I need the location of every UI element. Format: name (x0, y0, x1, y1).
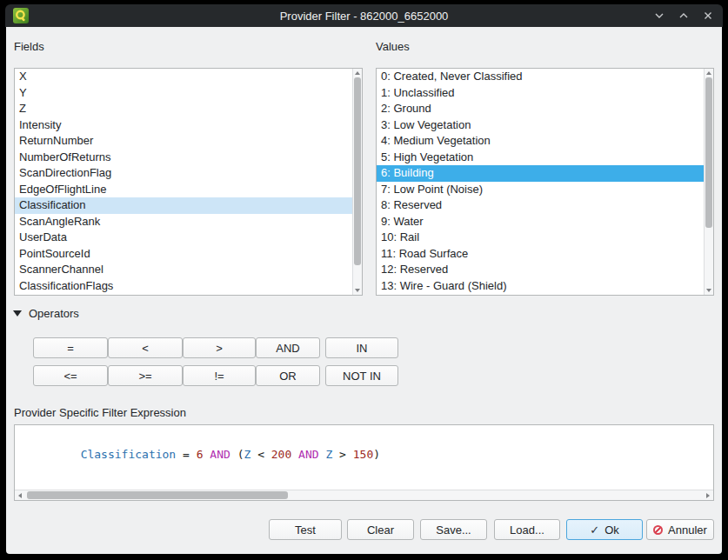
field-item[interactable]: ClassificationFlags (15, 278, 352, 295)
scroll-down-icon[interactable] (353, 286, 362, 295)
value-item[interactable]: 4: Medium Vegetation (377, 133, 704, 150)
value-item[interactable]: 8: Reserved (377, 197, 704, 214)
cancel-icon (653, 525, 663, 535)
field-item[interactable]: X (15, 69, 352, 85)
field-item[interactable]: ScannerChannel (15, 262, 352, 278)
value-item[interactable]: 10: Rail (377, 230, 704, 246)
scroll-up-icon[interactable] (353, 69, 362, 77)
scroll-down-icon[interactable] (705, 286, 713, 295)
op-not-equal-button[interactable]: != (183, 365, 256, 386)
expression-hscrollbar[interactable] (15, 490, 713, 500)
field-item-selected[interactable]: Classification (15, 197, 352, 214)
scrollbar-thumb[interactable] (354, 77, 361, 265)
maximize-button[interactable] (677, 9, 691, 23)
value-item[interactable]: 5: High Vegetation (377, 150, 704, 166)
expression-label: Provider Specific Filter Expression (14, 406, 186, 419)
expression-hscrollbar-track[interactable] (25, 490, 703, 500)
operators-header: Operators (13, 307, 79, 320)
expression-token: 200 (271, 448, 291, 461)
window-title: Provider Filter - 862000_6652000 (5, 10, 723, 23)
value-item[interactable]: 12: Reserved (377, 262, 704, 278)
close-button[interactable] (701, 9, 715, 23)
values-scrollbar-track[interactable] (705, 77, 713, 286)
titlebar[interactable]: Provider Filter - 862000_6652000 (5, 4, 723, 27)
field-item[interactable]: PointSourceId (15, 246, 352, 263)
values-scrollbar[interactable] (704, 69, 713, 295)
fields-list-rows: X Y Z Intensity ReturnNumber NumberOfRet… (15, 69, 352, 295)
op-or-button[interactable]: OR (256, 365, 320, 386)
fields-label: Fields (14, 40, 44, 53)
expression-token (291, 448, 298, 461)
check-icon: ✓ (590, 524, 599, 536)
field-item[interactable]: EdgeOfFlightLine (15, 182, 352, 198)
values-list: 0: Created, Never Classified 1: Unclassi… (376, 68, 714, 296)
expression-token: < (250, 448, 270, 461)
value-item[interactable]: 0: Created, Never Classified (377, 69, 704, 85)
test-button[interactable]: Test (269, 519, 342, 540)
value-item[interactable]: 11: Road Surface (377, 246, 704, 263)
field-item[interactable]: ReturnNumber (15, 133, 352, 150)
op-greater-than-button[interactable]: > (183, 337, 256, 358)
field-item[interactable]: Y (15, 85, 352, 102)
expression-token: 150 (353, 448, 373, 461)
field-item[interactable]: Intensity (15, 117, 352, 134)
expression-token: = (176, 448, 196, 461)
op-less-equal-button[interactable]: <= (33, 365, 108, 386)
operators-label: Operators (29, 307, 79, 320)
field-item[interactable]: ScanDirectionFlag (15, 165, 352, 182)
value-item[interactable]: 1: Unclassified (377, 85, 704, 102)
op-greater-equal-button[interactable]: >= (108, 365, 183, 386)
expression-token: 6 (197, 448, 204, 461)
dialog-content: Fields Values X Y Z Intensity ReturnNumb… (6, 27, 722, 554)
scroll-left-icon[interactable] (15, 490, 25, 500)
scrollbar-thumb[interactable] (27, 491, 288, 499)
op-less-than-button[interactable]: < (108, 337, 183, 358)
field-item[interactable]: ScanAngleRank (15, 214, 352, 230)
collapse-arrow-icon[interactable] (13, 310, 22, 317)
value-item-selected[interactable]: 6: Building (377, 165, 704, 182)
values-label: Values (376, 40, 410, 53)
save-button[interactable]: Save... (420, 519, 487, 540)
value-item[interactable]: 7: Low Point (Noise) (377, 182, 704, 198)
op-in-button[interactable]: IN (325, 337, 398, 358)
expression-token: Classification (81, 448, 177, 461)
qgis-app-icon (13, 8, 29, 23)
value-item[interactable]: 2: Ground (377, 101, 704, 117)
cancel-button[interactable]: Annuler (646, 519, 714, 540)
fields-scrollbar[interactable] (352, 69, 362, 295)
load-button[interactable]: Load... (494, 519, 560, 540)
expression-token: ( (230, 448, 244, 461)
field-item[interactable]: NumberOfReturns (15, 150, 352, 166)
expression-input[interactable]: Classification = 6 AND (Z < 200 AND Z > … (15, 425, 713, 490)
screen: Provider Filter - 862000_6652000 Fields … (0, 0, 728, 560)
minimize-button[interactable] (652, 9, 666, 23)
scrollbar-thumb[interactable] (705, 77, 712, 228)
field-item[interactable]: UserData (15, 230, 352, 246)
ok-button-label: Ok (604, 523, 619, 537)
op-equals-button[interactable]: = (33, 337, 108, 358)
op-not-in-button[interactable]: NOT IN (325, 365, 398, 386)
expression-token: AND (298, 448, 318, 461)
values-list-rows: 0: Created, Never Classified 1: Unclassi… (377, 69, 704, 295)
expression-editor: Classification = 6 AND (Z < 200 AND Z > … (14, 424, 714, 501)
value-item[interactable]: 3: Low Vegetation (377, 117, 704, 134)
ok-button[interactable]: ✓ Ok (566, 519, 643, 540)
footer-buttons: Test Clear Save... Load... ✓ Ok Annuler (6, 519, 722, 540)
scroll-up-icon[interactable] (705, 69, 713, 77)
fields-scrollbar-track[interactable] (353, 77, 362, 286)
value-item[interactable]: 9: Water (377, 214, 704, 230)
fields-list: X Y Z Intensity ReturnNumber NumberOfRet… (14, 68, 363, 296)
value-item[interactable]: 13: Wire - Guard (Shield) (377, 278, 704, 295)
scroll-right-icon[interactable] (703, 490, 713, 500)
window-controls (652, 9, 715, 23)
expression-token: ) (373, 448, 380, 461)
op-and-button[interactable]: AND (256, 337, 320, 358)
field-item[interactable]: Z (15, 101, 352, 117)
cancel-button-label: Annuler (668, 523, 707, 537)
expression-token: > (332, 448, 352, 461)
clear-button[interactable]: Clear (347, 519, 414, 540)
expression-token: AND (210, 448, 230, 461)
